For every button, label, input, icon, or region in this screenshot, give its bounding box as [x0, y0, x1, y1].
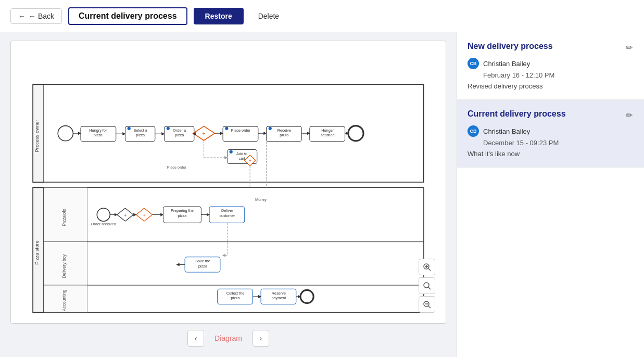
- back-arrow-icon: ←: [18, 12, 26, 20]
- svg-text:Pizzaiolo: Pizzaiolo: [61, 209, 67, 226]
- svg-point-37: [230, 150, 233, 154]
- svg-text:Order received: Order received: [91, 222, 116, 226]
- svg-text:payment: payment: [271, 296, 286, 300]
- sidebar-item-header: New delivery process ✏: [468, 42, 634, 54]
- prev-icon: ‹: [195, 334, 197, 342]
- zoom-in-icon: [423, 263, 431, 271]
- svg-text:pizza: pizza: [231, 296, 241, 300]
- sidebar-item-current-delivery[interactable]: Current delivery process ✏ CB Christian …: [457, 100, 644, 168]
- svg-text:Accounting: Accounting: [61, 289, 67, 311]
- sidebar-item-desc: Revised delivery process: [468, 82, 634, 90]
- svg-text:Place order: Place order: [167, 165, 187, 170]
- svg-point-86: [300, 290, 313, 303]
- back-button[interactable]: ← ← Back: [10, 8, 62, 24]
- topbar: ← ← Back Current delivery process Restor…: [0, 0, 644, 32]
- back-label: ← Back: [29, 12, 54, 20]
- svg-point-12: [167, 127, 170, 130]
- zoom-controls: [419, 259, 435, 313]
- delete-button[interactable]: Delete: [250, 8, 287, 24]
- svg-text:pizza: pizza: [175, 133, 184, 137]
- sidebar: New delivery process ✏ CB Christian Bail…: [457, 32, 644, 357]
- svg-text:+: +: [124, 213, 127, 218]
- svg-text:Collect the: Collect the: [226, 291, 244, 296]
- avatar: CB: [468, 125, 479, 137]
- avatar: CB: [468, 58, 479, 69]
- sidebar-item-title: Current delivery process: [468, 109, 566, 119]
- sidebar-item-desc: What it's like now: [468, 150, 634, 158]
- svg-text:Delivery boy: Delivery boy: [61, 254, 67, 278]
- svg-point-95: [424, 283, 429, 288]
- prev-page-button[interactable]: ‹: [187, 330, 204, 347]
- svg-text:Reserve: Reserve: [272, 291, 286, 296]
- sidebar-item-meta: CB Christian Bailey: [468, 125, 634, 137]
- edit-icon[interactable]: ✏: [625, 109, 634, 121]
- svg-text:Preparing the: Preparing the: [171, 208, 194, 213]
- svg-text:pizza: pizza: [94, 133, 103, 137]
- meta-date: December 15 - 09:23 PM: [483, 139, 634, 147]
- svg-text:Hunger: Hunger: [321, 128, 334, 133]
- main-content: Process owner Hungry for pizza Select a …: [0, 32, 644, 357]
- svg-rect-51: [44, 242, 424, 285]
- svg-point-8: [128, 127, 131, 130]
- page-label: Diagram: [214, 334, 242, 342]
- svg-text:Add to: Add to: [236, 151, 247, 156]
- svg-line-96: [428, 287, 431, 289]
- meta-date: February 16 - 12:10 PM: [483, 71, 634, 79]
- svg-text:customer: customer: [219, 213, 235, 218]
- svg-text:cart: cart: [238, 156, 245, 161]
- author-name: Christian Bailey: [483, 128, 530, 135]
- svg-text:pizza: pizza: [136, 133, 145, 137]
- zoom-reset-icon: [423, 282, 431, 290]
- diagram-pagination: ‹ Diagram ›: [187, 324, 269, 349]
- svg-text:+: +: [249, 158, 251, 163]
- sidebar-item-title: New delivery process: [468, 42, 553, 51]
- sidebar-item-meta: CB Christian Bailey: [468, 58, 634, 69]
- svg-point-27: [348, 126, 363, 141]
- author-name: Christian Bailey: [483, 60, 530, 68]
- zoom-out-icon: [423, 300, 431, 309]
- svg-point-57: [97, 208, 110, 221]
- svg-text:Select a: Select a: [133, 128, 147, 133]
- zoom-reset-button[interactable]: [419, 277, 435, 294]
- zoom-in-button[interactable]: [419, 259, 435, 275]
- diagram-container: Process owner Hungry for pizza Select a …: [10, 41, 446, 324]
- restore-button[interactable]: Restore: [194, 8, 244, 24]
- svg-text:Process owner: Process owner: [34, 120, 40, 152]
- svg-text:Deliver: Deliver: [221, 208, 233, 213]
- page-title: Current delivery process: [68, 7, 187, 25]
- svg-text:pizza: pizza: [280, 133, 289, 137]
- edit-icon[interactable]: ✏: [625, 42, 634, 54]
- next-icon: ›: [260, 334, 262, 342]
- svg-text:Hungry for: Hungry for: [89, 128, 107, 133]
- svg-text:Receive: Receive: [277, 128, 291, 133]
- svg-text:+: +: [203, 131, 206, 136]
- svg-text:Place order: Place order: [231, 128, 251, 133]
- sidebar-item-header: Current delivery process ✏: [468, 109, 634, 121]
- bpmn-diagram: Process owner Hungry for pizza Select a …: [11, 41, 446, 323]
- svg-text:Order a: Order a: [173, 128, 186, 133]
- svg-point-18: [225, 127, 228, 130]
- svg-text:+: +: [143, 213, 146, 218]
- next-page-button[interactable]: ›: [252, 330, 269, 347]
- svg-text:pizza: pizza: [198, 264, 208, 269]
- zoom-out-button[interactable]: [419, 296, 435, 313]
- svg-point-21: [269, 127, 272, 130]
- diagram-area: Process owner Hungry for pizza Select a …: [0, 32, 457, 357]
- svg-line-98: [428, 306, 431, 308]
- svg-point-3: [58, 126, 73, 141]
- svg-line-92: [428, 269, 431, 271]
- svg-text:pizza: pizza: [178, 213, 187, 218]
- svg-text:Money: Money: [255, 197, 267, 202]
- svg-text:Save the: Save the: [195, 259, 210, 263]
- sidebar-item-new-delivery[interactable]: New delivery process ✏ CB Christian Bail…: [457, 32, 644, 100]
- svg-text:Pizza store: Pizza store: [34, 240, 40, 264]
- svg-text:satisfied: satisfied: [321, 133, 335, 137]
